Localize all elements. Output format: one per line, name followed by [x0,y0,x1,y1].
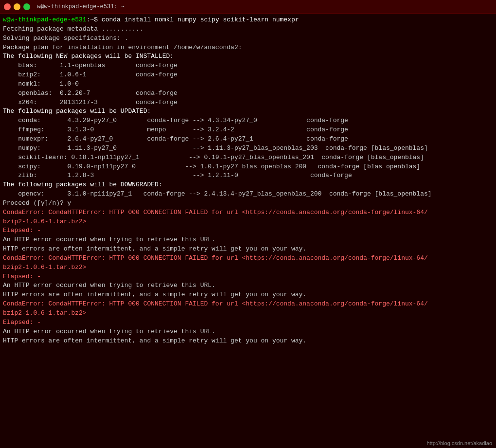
terminal-line: scipy: 0.19.0-np111py27_0 --> 1.0.1-py27… [3,162,493,172]
terminal-line: An HTTP error occurred when trying to re… [3,281,493,290]
terminal-line: CondaError: CondaHTTPError: HTTP 000 CON… [3,208,493,217]
terminal-line: conda: 4.3.29-py27_0 conda-forge --> 4.3… [3,116,493,125]
terminal-line: nomkl: 1.0-0 [3,80,493,89]
terminal-line: The following NEW packages will be INSTA… [3,52,493,61]
maximize-button[interactable] [23,3,30,10]
terminal-line: bzip2-1.0.6-1.tar.bz2> [3,217,493,227]
terminal-line: ffmpeg: 3.1.3-0 menpo --> 3.2.4-2 conda-… [3,125,493,135]
terminal-line: An HTTP error occurred when trying to re… [3,235,493,245]
terminal-line: HTTP errors are often intermittent, and … [3,245,493,254]
dollar-sign: $ [94,16,102,23]
terminal-line: The following packages will be UPDATED: [3,107,493,116]
terminal-line: HTTP errors are often intermittent, and … [3,290,493,300]
watermark: http://blog.csdn.net/akadiao [426,440,492,446]
minimize-button[interactable] [14,3,20,10]
terminal-line: numpy: 1.11.3-py27_0 --> 1.11.3-py27_bla… [3,144,493,153]
terminal-line: Elapsed: - [3,272,493,282]
terminal[interactable]: w@w-thinkpad-edge-e531:~$ conda install … [0,14,496,448]
close-button[interactable] [4,3,11,10]
terminal-line: bzip2-1.0.6-1.tar.bz2> [3,309,493,318]
terminal-line: The following packages will be DOWNGRADE… [3,180,493,190]
terminal-line: Fetching package metadata ........... [3,25,493,34]
terminal-line: CondaError: CondaHTTPError: HTTP 000 CON… [3,300,493,309]
terminal-line: HTTP errors are often intermittent, and … [3,337,493,346]
terminal-line: opencv: 3.1.0-np111py27_1 conda-forge --… [3,190,493,199]
terminal-line: numexpr: 2.6.4-py27_0 conda-forge --> 2.… [3,135,493,144]
command-text: conda install nomkl numpy scipy scikit-l… [102,16,299,23]
prompt-path: :~ [87,16,94,23]
terminal-line: Solving package specifications: . [3,34,493,43]
terminal-line: bzip2: 1.0.6-1 conda-forge [3,71,493,80]
terminal-line: zlib: 1.2.8-3 --> 1.2.11-0 conda-forge [3,171,493,180]
terminal-line: Proceed ([y]/n)? y [3,199,493,208]
terminal-line: scikit-learn: 0.18.1-np111py27_1 --> 0.1… [3,153,493,162]
terminal-line: Package plan for installation in environ… [3,43,493,53]
user-host: w@w-thinkpad-edge-e531 [3,16,87,23]
terminal-line: x264: 20131217-3 conda-forge [3,98,493,108]
window-title: w@w-thinkpad-edge-e531: ~ [37,3,124,10]
terminal-line: w@w-thinkpad-edge-e531:~$ conda install … [3,16,493,25]
terminal-line: Elapsed: - [3,318,493,327]
terminal-line: blas: 1.1-openblas conda-forge [3,61,493,71]
terminal-line: CondaError: CondaHTTPError: HTTP 000 CON… [3,254,493,263]
terminal-line: bzip2-1.0.6-1.tar.bz2> [3,263,493,272]
terminal-line: openblas: 0.2.20-7 conda-forge [3,89,493,98]
title-bar: w@w-thinkpad-edge-e531: ~ [0,0,496,14]
terminal-line: An HTTP error occurred when trying to re… [3,327,493,337]
terminal-line: Elapsed: - [3,226,493,235]
